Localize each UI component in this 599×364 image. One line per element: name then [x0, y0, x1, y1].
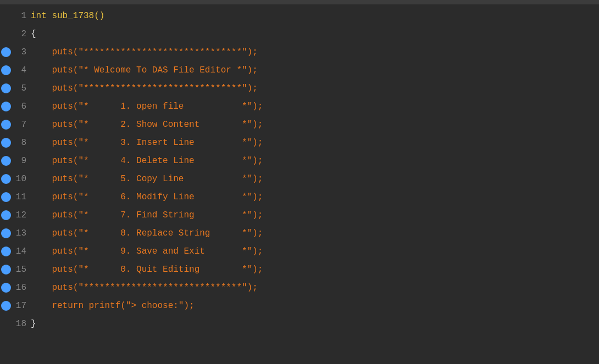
breakpoint-dot[interactable]	[1, 192, 11, 202]
line-content: puts("* 0. Quit Editing *");	[31, 265, 263, 275]
code-token: puts("* 6. Modify Line *");	[31, 192, 263, 202]
breakpoint-dot[interactable]	[1, 83, 11, 93]
line-content: puts("* 2. Show Content *");	[31, 120, 263, 130]
breakpoint-dot[interactable]	[1, 138, 11, 148]
line-content: puts("* 4. Delete Line *");	[31, 156, 263, 166]
code-token: puts("******************************");	[31, 47, 258, 57]
line-number: 17	[13, 301, 31, 311]
line-number: 9	[13, 156, 31, 166]
line-number: 7	[13, 120, 31, 130]
code-token: puts("******************************");	[31, 283, 258, 293]
line-number: 14	[13, 247, 31, 256]
code-area: 1int sub_1738()2{3 puts("***************…	[0, 4, 599, 333]
code-token: puts("* 0. Quit Editing *");	[31, 265, 263, 275]
line-number: 16	[13, 283, 31, 293]
code-line: 4 puts("* Welcome To DAS File Editor *")…	[0, 61, 599, 79]
breakpoint-dot[interactable]	[1, 283, 11, 293]
editor-container: 1int sub_1738()2{3 puts("***************…	[0, 0, 599, 364]
breakpoint-dot[interactable]	[1, 47, 11, 57]
line-content: puts("* 9. Save and Exit *");	[31, 247, 263, 256]
line-content: puts("******************************");	[31, 47, 258, 57]
code-token: puts("* 2. Show Content *");	[31, 120, 263, 130]
line-number: 12	[13, 210, 31, 220]
top-bar	[0, 0, 599, 4]
code-token: int sub_1738()	[31, 11, 104, 21]
breakpoint-dot[interactable]	[1, 174, 11, 184]
line-content: puts("* Welcome To DAS File Editor *");	[31, 65, 258, 75]
line-content: }	[31, 319, 36, 329]
code-line: 17 return printf("> choose:");	[0, 296, 599, 315]
line-content: {	[31, 29, 36, 39]
code-line: 9 puts("* 4. Delete Line *");	[0, 152, 599, 170]
code-line: 8 puts("* 3. Insert Line *");	[0, 133, 599, 152]
code-token: return printf("> choose:");	[31, 301, 195, 311]
code-token: puts("* 5. Copy Line *");	[31, 174, 263, 184]
breakpoint-dot[interactable]	[1, 265, 11, 275]
breakpoint-dot[interactable]	[1, 247, 11, 256]
line-number: 5	[13, 83, 31, 93]
code-token: puts("* 4. Delete Line *");	[31, 156, 263, 166]
code-line: 12 puts("* 7. Find String *");	[0, 206, 599, 224]
code-line: 14 puts("* 9. Save and Exit *");	[0, 242, 599, 260]
breakpoint-dot[interactable]	[1, 65, 11, 75]
code-token: puts("* 8. Replace String *");	[31, 228, 263, 238]
code-line: 7 puts("* 2. Show Content *");	[0, 115, 599, 133]
line-content: puts("* 1. open file *");	[31, 102, 263, 111]
line-number: 15	[13, 265, 31, 275]
breakpoint-dot[interactable]	[1, 301, 11, 311]
code-token: {	[31, 29, 36, 39]
code-line: 3 puts("******************************")…	[0, 43, 599, 61]
code-token: puts("* 1. open file *");	[31, 102, 263, 111]
line-number: 3	[13, 47, 31, 57]
line-number: 1	[13, 11, 31, 21]
code-line: 11 puts("* 6. Modify Line *");	[0, 188, 599, 206]
line-number: 13	[13, 228, 31, 238]
line-content: puts("* 8. Replace String *");	[31, 228, 263, 238]
breakpoint-dot[interactable]	[1, 228, 11, 238]
line-content: puts("******************************");	[31, 83, 258, 93]
code-token: puts("* 7. Find String *");	[31, 210, 263, 220]
line-number: 10	[13, 174, 31, 184]
code-line: 1int sub_1738()	[0, 7, 599, 25]
code-token: puts("* Welcome To DAS File Editor *");	[31, 65, 258, 75]
line-number: 6	[13, 102, 31, 111]
code-line: 5 puts("******************************")…	[0, 79, 599, 97]
line-number: 2	[13, 29, 31, 39]
line-number: 8	[13, 138, 31, 148]
code-line: 13 puts("* 8. Replace String *");	[0, 224, 599, 242]
breakpoint-dot[interactable]	[1, 102, 11, 111]
line-content: puts("******************************");	[31, 283, 258, 293]
line-number: 4	[13, 65, 31, 75]
code-line: 10 puts("* 5. Copy Line *");	[0, 170, 599, 188]
line-content: puts("* 7. Find String *");	[31, 210, 263, 220]
line-content: return printf("> choose:");	[31, 301, 195, 311]
line-content: puts("* 5. Copy Line *");	[31, 174, 263, 184]
code-line: 18}	[0, 315, 599, 333]
code-line: 16 puts("******************************"…	[0, 278, 599, 296]
breakpoint-dot[interactable]	[1, 120, 11, 130]
code-line: 2{	[0, 25, 599, 43]
code-token: }	[31, 319, 36, 329]
line-number: 11	[13, 192, 31, 202]
code-line: 6 puts("* 1. open file *");	[0, 97, 599, 115]
line-content: puts("* 3. Insert Line *");	[31, 138, 263, 148]
code-token: puts("******************************");	[31, 83, 258, 93]
breakpoint-dot[interactable]	[1, 210, 11, 220]
line-content: int sub_1738()	[31, 11, 104, 21]
line-content: puts("* 6. Modify Line *");	[31, 192, 263, 202]
code-token: puts("* 3. Insert Line *");	[31, 138, 263, 148]
line-number: 18	[13, 319, 31, 329]
code-line: 15 puts("* 0. Quit Editing *");	[0, 260, 599, 278]
breakpoint-dot[interactable]	[1, 156, 11, 166]
code-token: puts("* 9. Save and Exit *");	[31, 247, 263, 256]
